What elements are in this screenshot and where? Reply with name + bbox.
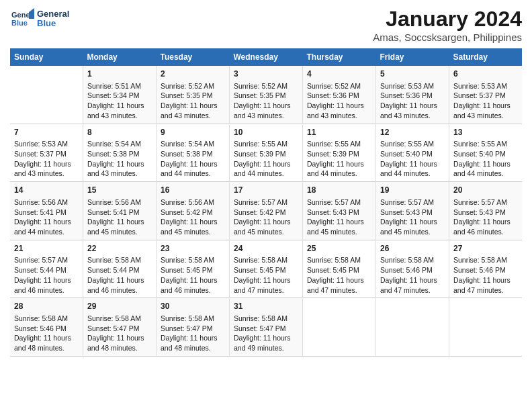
day-info: Daylight: 11 hours: [87, 333, 152, 343]
day-number: 21: [14, 243, 79, 255]
calendar-cell: 31Sunrise: 5:58 AMSunset: 5:47 PMDayligh…: [229, 298, 302, 357]
day-number: 27: [453, 243, 518, 255]
day-info: Sunset: 5:44 PM: [87, 265, 152, 275]
calendar-week-row: 7Sunrise: 5:53 AMSunset: 5:37 PMDaylight…: [10, 124, 522, 182]
day-info: Sunset: 5:42 PM: [234, 208, 298, 218]
calendar-week-row: 21Sunrise: 5:57 AMSunset: 5:44 PMDayligh…: [10, 240, 522, 298]
day-info: Daylight: 11 hours: [161, 159, 225, 169]
day-info: Sunset: 5:39 PM: [307, 149, 371, 159]
weekday-header: Wednesday: [229, 48, 302, 66]
day-info: Daylight: 11 hours: [234, 101, 298, 111]
calendar-cell: 2Sunrise: 5:52 AMSunset: 5:35 PMDaylight…: [156, 66, 229, 124]
day-info: Sunset: 5:36 PM: [380, 91, 445, 101]
day-info: Daylight: 11 hours: [453, 275, 518, 285]
day-info: Daylight: 11 hours: [307, 101, 371, 111]
day-info: Daylight: 11 hours: [161, 333, 225, 343]
day-info: and 47 minutes.: [307, 285, 371, 295]
weekday-header: Friday: [376, 48, 449, 66]
calendar-cell: 27Sunrise: 5:58 AMSunset: 5:46 PMDayligh…: [449, 240, 522, 298]
calendar-cell: 9Sunrise: 5:54 AMSunset: 5:38 PMDaylight…: [156, 124, 229, 182]
day-info: Sunset: 5:46 PM: [380, 265, 445, 275]
day-info: Sunset: 5:45 PM: [307, 265, 371, 275]
calendar-cell: [303, 298, 376, 357]
day-info: Daylight: 11 hours: [87, 101, 152, 111]
calendar-cell: [376, 298, 449, 357]
day-info: Daylight: 11 hours: [14, 217, 79, 227]
svg-text:Blue: Blue: [11, 19, 28, 27]
day-info: Daylight: 11 hours: [453, 159, 518, 169]
day-info: and 44 minutes.: [453, 169, 518, 179]
day-info: Sunrise: 5:58 AM: [307, 255, 371, 265]
day-info: Daylight: 11 hours: [307, 275, 371, 285]
day-info: Sunrise: 5:55 AM: [453, 139, 518, 149]
day-info: Sunset: 5:40 PM: [453, 149, 518, 159]
calendar-table: SundayMondayTuesdayWednesdayThursdayFrid…: [10, 48, 522, 357]
day-info: and 45 minutes.: [307, 227, 371, 237]
day-number: 14: [14, 185, 79, 196]
calendar-cell: [449, 298, 522, 357]
day-info: and 47 minutes.: [380, 285, 445, 295]
day-number: 7: [14, 127, 79, 138]
day-info: Daylight: 11 hours: [87, 217, 152, 227]
day-info: Daylight: 11 hours: [453, 217, 518, 227]
day-info: and 47 minutes.: [234, 285, 298, 295]
day-info: Sunset: 5:41 PM: [14, 208, 79, 218]
day-info: and 44 minutes.: [307, 169, 371, 179]
day-info: and 46 minutes.: [161, 285, 225, 295]
day-info: Sunrise: 5:57 AM: [453, 197, 518, 208]
day-info: Daylight: 11 hours: [234, 333, 298, 343]
day-info: Sunrise: 5:53 AM: [453, 81, 518, 91]
page-title: January 2024: [373, 7, 522, 32]
day-info: and 45 minutes.: [380, 227, 445, 237]
calendar-cell: 3Sunrise: 5:52 AMSunset: 5:35 PMDaylight…: [229, 66, 302, 124]
calendar-cell: 14Sunrise: 5:56 AMSunset: 5:41 PMDayligh…: [10, 182, 83, 240]
day-number: 16: [161, 185, 225, 196]
day-info: Sunset: 5:44 PM: [14, 265, 79, 275]
day-info: Sunrise: 5:58 AM: [161, 255, 225, 265]
day-number: 15: [87, 185, 152, 196]
day-number: 19: [380, 185, 445, 196]
day-info: Sunset: 5:42 PM: [161, 208, 225, 218]
day-info: Daylight: 11 hours: [307, 217, 371, 227]
day-info: Sunset: 5:45 PM: [161, 265, 225, 275]
day-info: Daylight: 11 hours: [87, 159, 152, 169]
day-info: Daylight: 11 hours: [380, 159, 445, 169]
svg-marker-2: [29, 8, 34, 19]
calendar-cell: [10, 66, 83, 124]
day-number: 30: [161, 301, 225, 312]
day-info: and 48 minutes.: [14, 343, 79, 353]
day-info: Daylight: 11 hours: [161, 101, 225, 111]
day-number: 18: [307, 185, 371, 196]
day-info: Daylight: 11 hours: [453, 101, 518, 111]
day-info: Daylight: 11 hours: [14, 159, 79, 169]
calendar-week-row: 1Sunrise: 5:51 AMSunset: 5:34 PMDaylight…: [10, 66, 522, 124]
day-info: Sunrise: 5:53 AM: [380, 81, 445, 91]
day-info: and 48 minutes.: [87, 343, 152, 353]
calendar-cell: 15Sunrise: 5:56 AMSunset: 5:41 PMDayligh…: [83, 182, 156, 240]
calendar-cell: 25Sunrise: 5:58 AMSunset: 5:45 PMDayligh…: [303, 240, 376, 298]
day-info: Sunset: 5:43 PM: [307, 208, 371, 218]
logo-icon: General Blue: [10, 7, 34, 31]
calendar-cell: 26Sunrise: 5:58 AMSunset: 5:46 PMDayligh…: [376, 240, 449, 298]
day-info: and 43 minutes.: [234, 111, 298, 121]
day-number: 22: [87, 243, 152, 255]
day-info: Sunrise: 5:57 AM: [307, 197, 371, 208]
day-info: Sunset: 5:35 PM: [161, 91, 225, 101]
day-info: Sunrise: 5:58 AM: [87, 314, 152, 324]
weekday-header: Sunday: [10, 48, 83, 66]
calendar-cell: 8Sunrise: 5:54 AMSunset: 5:38 PMDaylight…: [83, 124, 156, 182]
calendar-cell: 22Sunrise: 5:58 AMSunset: 5:44 PMDayligh…: [83, 240, 156, 298]
day-info: Sunrise: 5:56 AM: [161, 197, 225, 208]
day-info: and 44 minutes.: [234, 169, 298, 179]
calendar-cell: 29Sunrise: 5:58 AMSunset: 5:47 PMDayligh…: [83, 298, 156, 357]
calendar-cell: 24Sunrise: 5:58 AMSunset: 5:45 PMDayligh…: [229, 240, 302, 298]
day-info: Sunset: 5:47 PM: [161, 324, 225, 334]
day-info: Sunrise: 5:57 AM: [380, 197, 445, 208]
day-info: Sunset: 5:45 PM: [234, 265, 298, 275]
day-info: and 45 minutes.: [234, 227, 298, 237]
day-info: and 49 minutes.: [234, 343, 298, 353]
day-info: Sunset: 5:46 PM: [453, 265, 518, 275]
day-info: and 43 minutes.: [453, 111, 518, 121]
calendar-cell: 23Sunrise: 5:58 AMSunset: 5:45 PMDayligh…: [156, 240, 229, 298]
day-number: 3: [234, 68, 298, 80]
